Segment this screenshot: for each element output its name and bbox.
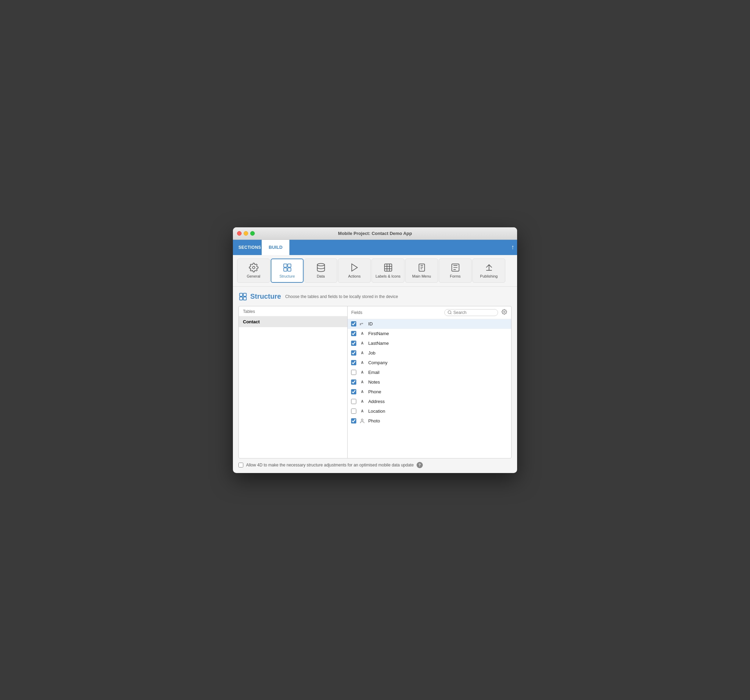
tab-general[interactable]: General [237, 258, 270, 283]
allow-4d-checkbox[interactable] [238, 463, 243, 467]
gear-icon [249, 262, 258, 272]
svg-rect-7 [419, 264, 424, 271]
field-name-photo: Photo [368, 418, 380, 424]
minimize-button[interactable] [244, 231, 248, 236]
traffic-lights [237, 231, 255, 236]
svg-rect-1 [283, 264, 287, 267]
svg-text:2³²: 2³² [360, 322, 363, 326]
tab-actions[interactable]: Actions [338, 258, 371, 283]
title-bar: Mobile Project: Contact Demo App [233, 227, 517, 240]
svg-point-5 [317, 263, 324, 266]
field-type-icon-lastname: A [359, 340, 365, 347]
table-contact[interactable]: Contact [239, 316, 347, 327]
export-icon: ↑ [511, 244, 514, 250]
field-name-email: Email [368, 370, 380, 375]
svg-point-0 [252, 267, 255, 269]
structure-icon [283, 262, 292, 272]
actions-icon [350, 262, 360, 272]
section-title: Structure [250, 292, 281, 301]
tab-actions-label: Actions [348, 274, 360, 278]
field-row-company[interactable]: A Company [347, 358, 511, 368]
main-panels: Tables Contact Fields [238, 306, 512, 459]
field-name-id: ID [368, 321, 373, 327]
tab-publishing-label: Publishing [480, 274, 498, 278]
svg-rect-12 [243, 297, 246, 300]
field-type-icon-company: A [359, 360, 365, 366]
field-type-icon-phone: A [359, 389, 365, 395]
content-area: Structure Choose the tables and fields t… [233, 287, 517, 473]
publishing-icon [484, 262, 494, 272]
build-tab[interactable]: BUILD [262, 240, 289, 255]
field-row-lastname[interactable]: A LastName [347, 339, 511, 348]
tables-header: Tables [239, 306, 347, 316]
tab-main-menu-label: Main Menu [412, 274, 431, 278]
sections-label: SECTIONS [238, 245, 261, 250]
field-row-firstname[interactable]: A FirstName [347, 329, 511, 339]
svg-rect-3 [283, 268, 287, 271]
export-button[interactable]: ↑ [511, 244, 514, 251]
field-name-lastname: LastName [368, 341, 389, 346]
field-name-phone: Phone [368, 389, 381, 395]
field-checkbox-email[interactable] [351, 370, 356, 375]
tab-forms-label: Forms [450, 274, 461, 278]
maximize-button[interactable] [250, 231, 255, 236]
field-checkbox-address[interactable] [351, 399, 356, 404]
forms-icon [450, 262, 460, 272]
section-description: Choose the tables and fields to be local… [285, 294, 398, 299]
field-type-icon-photo [359, 418, 365, 424]
field-checkbox-notes[interactable] [351, 379, 356, 385]
field-row-job[interactable]: A Job [347, 348, 511, 358]
tab-forms[interactable]: Forms [439, 258, 472, 283]
field-row-address[interactable]: A Address [347, 397, 511, 407]
field-name-firstname: FirstName [368, 331, 389, 336]
bottom-bar: Allow 4D to make the necessary structure… [238, 459, 512, 470]
field-checkbox-photo[interactable] [351, 418, 356, 424]
toolbar: General Structure Data [233, 255, 517, 287]
tab-structure[interactable]: Structure [270, 258, 304, 283]
fields-list: 2³² ID A FirstName A [347, 319, 511, 458]
field-checkbox-phone[interactable] [351, 389, 356, 395]
field-row-id[interactable]: 2³² ID [347, 319, 511, 329]
search-input[interactable] [453, 310, 495, 315]
field-name-company: Company [368, 360, 387, 365]
fields-gear-button[interactable] [501, 309, 508, 317]
field-type-icon-notes: A [359, 379, 365, 385]
tab-publishing[interactable]: Publishing [472, 258, 505, 283]
svg-rect-10 [243, 293, 246, 296]
data-icon [316, 262, 326, 272]
tab-general-label: General [247, 274, 260, 278]
field-row-location[interactable]: A Location [347, 407, 511, 416]
field-name-notes: Notes [368, 379, 380, 385]
close-button[interactable] [237, 231, 241, 236]
help-button[interactable]: ? [416, 462, 423, 468]
tables-panel: Tables Contact [239, 306, 347, 458]
menu-icon [417, 262, 427, 272]
tab-labels-icons-label: Labels & Icons [375, 274, 400, 278]
tab-labels-icons[interactable]: Labels & Icons [372, 258, 404, 283]
field-checkbox-id[interactable] [351, 321, 356, 327]
svg-rect-2 [287, 264, 291, 267]
svg-rect-6 [384, 264, 392, 271]
field-type-icon-location: A [359, 408, 365, 414]
field-checkbox-firstname[interactable] [351, 331, 356, 336]
section-header: Structure Choose the tables and fields t… [238, 292, 512, 301]
field-name-location: Location [368, 408, 385, 414]
field-checkbox-job[interactable] [351, 350, 356, 356]
field-row-photo[interactable]: Photo [347, 416, 511, 426]
search-icon [447, 310, 452, 315]
tab-data[interactable]: Data [304, 258, 337, 283]
field-checkbox-lastname[interactable] [351, 341, 356, 346]
svg-point-13 [448, 311, 451, 314]
section-structure-icon [238, 292, 247, 301]
sections-bar: SECTIONS BUILD ↑ [233, 240, 517, 255]
field-row-email[interactable]: A Email [347, 368, 511, 378]
field-row-notes[interactable]: A Notes [347, 378, 511, 387]
field-type-icon-address: A [359, 399, 365, 405]
field-checkbox-company[interactable] [351, 360, 356, 365]
field-checkbox-location[interactable] [351, 408, 356, 414]
search-box [444, 309, 498, 316]
tab-main-menu[interactable]: Main Menu [405, 258, 438, 283]
field-name-job: Job [368, 350, 375, 356]
field-row-phone[interactable]: A Phone [347, 387, 511, 397]
main-window: Mobile Project: Contact Demo App SECTION… [233, 227, 517, 473]
